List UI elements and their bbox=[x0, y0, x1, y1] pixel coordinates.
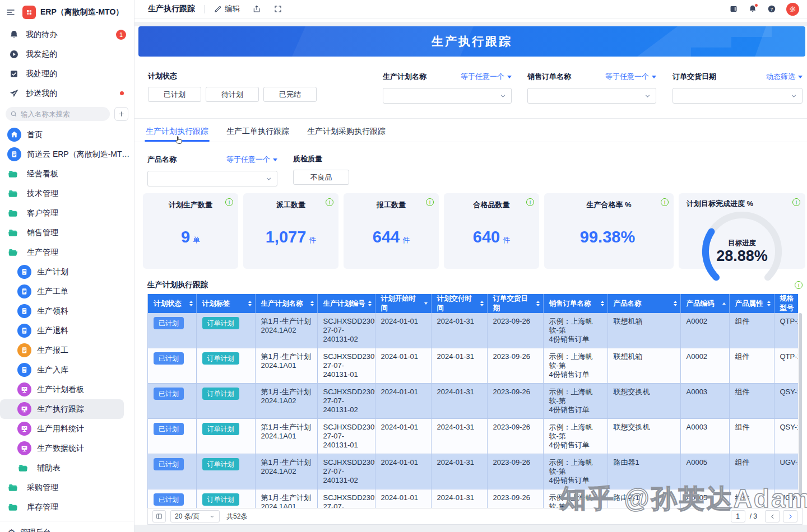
sidebar-quick-item[interactable]: 我的待办1 bbox=[0, 25, 134, 44]
operator-dropdown[interactable]: 等于任意一个 bbox=[605, 72, 656, 82]
sidebar-quick-item[interactable]: 我处理的 bbox=[0, 64, 134, 83]
operator-dropdown[interactable]: 等于任意一个 bbox=[461, 72, 512, 82]
workspace-switcher-button[interactable] bbox=[729, 4, 738, 13]
sidebar-item-page[interactable]: 生产退料 bbox=[0, 321, 134, 340]
tab[interactable]: 生产工单执行跟踪 bbox=[225, 123, 290, 142]
table-row[interactable]: 已计划订单计划第1月-生产计划 2024.1A01SCJHXSDD2309 27… bbox=[148, 489, 798, 508]
sidebar-item-folder[interactable]: 销售管理 bbox=[0, 223, 134, 242]
operator-dropdown[interactable]: 等于任意一个 bbox=[226, 155, 277, 165]
vertical-scrollbar[interactable] bbox=[799, 313, 802, 498]
sidebar-item-folder[interactable]: 经营看板 bbox=[0, 164, 134, 184]
plan-status-option[interactable]: 已计划 bbox=[148, 87, 201, 102]
sidebar-item-page[interactable]: 生产计划看板 bbox=[0, 380, 134, 399]
sidebar-item-folder[interactable]: 辅助表 bbox=[0, 458, 134, 478]
sidebar-item-folder[interactable]: 库存管理 bbox=[0, 497, 134, 517]
column-header[interactable]: 销售订单名称 bbox=[543, 294, 607, 313]
search-input-wrap[interactable] bbox=[6, 107, 110, 121]
operator-dropdown[interactable]: 动态筛选 bbox=[766, 72, 803, 82]
tag-badge[interactable]: 订单计划 bbox=[202, 458, 239, 470]
info-icon[interactable] bbox=[526, 198, 534, 206]
filter-label: 销售订单名称 bbox=[527, 72, 571, 81]
column-header[interactable]: 产品属性 bbox=[729, 294, 774, 313]
table-cell: 订单计划 bbox=[196, 384, 255, 419]
sidebar-quick-item[interactable]: 抄送我的 bbox=[0, 83, 134, 103]
plan-name-select[interactable] bbox=[383, 88, 512, 104]
sidebar-item-label: 技术管理 bbox=[27, 189, 134, 199]
edit-button[interactable]: 编辑 bbox=[214, 4, 240, 14]
column-header[interactable]: 生产计划编号 bbox=[317, 294, 375, 313]
info-icon[interactable] bbox=[225, 198, 233, 206]
status-badge[interactable]: 已计划 bbox=[154, 352, 184, 365]
quality-option-button[interactable]: 不良品 bbox=[293, 170, 349, 185]
table-row[interactable]: 已计划订单计划第1月-生产计划 2024.1A02SCJHXSDD2309 27… bbox=[148, 313, 798, 348]
plan-status-option[interactable]: 待计划 bbox=[206, 87, 259, 102]
product-name-select[interactable] bbox=[147, 171, 277, 186]
status-badge[interactable]: 已计划 bbox=[154, 317, 184, 329]
info-icon[interactable] bbox=[661, 198, 669, 206]
share-button[interactable] bbox=[252, 4, 261, 13]
status-badge[interactable]: 已计划 bbox=[154, 493, 184, 506]
delivery-date-select[interactable] bbox=[672, 88, 803, 104]
tag-badge[interactable]: 订单计划 bbox=[202, 352, 239, 365]
info-icon[interactable] bbox=[326, 198, 333, 206]
table-row[interactable]: 已计划订单计划第1月-生产计划 2024.1A01SCJHXSDD2309 27… bbox=[148, 419, 798, 454]
sidebar-item-page[interactable]: 生产数据统计 bbox=[0, 438, 134, 458]
column-header[interactable]: 订单交货日期 bbox=[487, 294, 543, 313]
table-row[interactable]: 已计划订单计划第1月-生产计划 2024.1A02SCJHXSDD2309 27… bbox=[148, 454, 798, 489]
table-row[interactable]: 已计划订单计划第1月-生产计划 2024.1A02SCJHXSDD2309 27… bbox=[148, 384, 798, 419]
column-header[interactable]: 生产计划名称 bbox=[255, 294, 317, 313]
sidebar-item-page[interactable]: 生产工单 bbox=[0, 282, 134, 301]
sidebar-item-folder[interactable]: 采购管理 bbox=[0, 478, 134, 497]
column-header[interactable]: 计划交付时间 bbox=[431, 294, 487, 313]
search-input[interactable] bbox=[21, 110, 105, 118]
info-icon[interactable] bbox=[795, 281, 803, 289]
admin-console-link[interactable]: ⚙ 管理后台 bbox=[0, 521, 134, 532]
column-header[interactable]: 规格型号 bbox=[774, 294, 798, 313]
tab[interactable]: 生产计划采购执行跟踪 bbox=[306, 123, 387, 142]
table-cell: 订单计划 bbox=[196, 454, 255, 489]
help-button[interactable]: ? bbox=[767, 4, 776, 13]
sidebar-item-folder[interactable]: 客户管理 bbox=[0, 203, 134, 223]
info-icon[interactable] bbox=[426, 198, 434, 206]
user-avatar[interactable]: 张 bbox=[786, 3, 799, 16]
column-header[interactable]: 计划标签 bbox=[196, 294, 255, 313]
hamburger-menu-icon[interactable] bbox=[6, 7, 16, 17]
stat-card: 派工数量 1,077件 bbox=[243, 193, 338, 269]
fullscreen-button[interactable] bbox=[273, 4, 282, 13]
quick-item-label: 我处理的 bbox=[26, 69, 126, 79]
next-page-button[interactable] bbox=[783, 510, 797, 522]
table-cell: 路由器1 bbox=[607, 454, 680, 489]
sidebar-item-page[interactable]: 简道云 ERP（离散制造-MTO）… bbox=[0, 144, 134, 164]
page-size-select[interactable]: 20 条/页 bbox=[170, 510, 220, 522]
notifications-button[interactable] bbox=[748, 4, 757, 13]
status-badge[interactable]: 已计划 bbox=[154, 388, 184, 400]
sidebar-item-page[interactable]: 生产领料 bbox=[0, 301, 134, 321]
tag-badge[interactable]: 订单计划 bbox=[202, 388, 239, 400]
current-page-input[interactable]: 1 bbox=[731, 510, 745, 522]
status-badge[interactable]: 已计划 bbox=[154, 423, 184, 435]
sidebar-item-page[interactable]: 生产报工 bbox=[0, 340, 134, 360]
status-badge[interactable]: 已计划 bbox=[154, 458, 184, 470]
sidebar-item-folder[interactable]: 技术管理 bbox=[0, 184, 134, 203]
sidebar-item-page[interactable]: 生产入库 bbox=[0, 360, 134, 380]
sidebar-item-folder[interactable]: 生产管理 bbox=[0, 242, 134, 262]
tag-badge[interactable]: 订单计划 bbox=[202, 317, 239, 329]
column-header[interactable]: 计划状态 bbox=[148, 294, 196, 313]
order-name-select[interactable] bbox=[527, 88, 656, 104]
tag-badge[interactable]: 订单计划 bbox=[202, 423, 239, 435]
plan-status-option[interactable]: 已完结 bbox=[263, 87, 317, 102]
table-row[interactable]: 已计划订单计划第1月-生产计划 2024.1A01SCJHXSDD2309 27… bbox=[148, 348, 798, 384]
tag-badge[interactable]: 订单计划 bbox=[202, 493, 239, 506]
sidebar-item-page[interactable]: 首页 bbox=[0, 125, 134, 144]
sidebar-quick-item[interactable]: 我发起的 bbox=[0, 44, 134, 64]
prev-page-button[interactable] bbox=[765, 510, 780, 522]
info-icon[interactable] bbox=[792, 198, 800, 206]
sidebar-item-page[interactable]: 生产执行跟踪 bbox=[0, 399, 124, 419]
column-settings-button[interactable] bbox=[152, 510, 166, 522]
column-header[interactable]: 计划开始时间 bbox=[375, 294, 431, 313]
column-header[interactable]: 产品编码 bbox=[680, 294, 729, 313]
sidebar-item-page[interactable]: 生产计划 bbox=[0, 262, 134, 282]
column-header[interactable]: 产品名称 bbox=[607, 294, 680, 313]
sidebar-item-page[interactable]: 生产用料统计 bbox=[0, 419, 134, 438]
add-app-button[interactable] bbox=[114, 107, 128, 121]
